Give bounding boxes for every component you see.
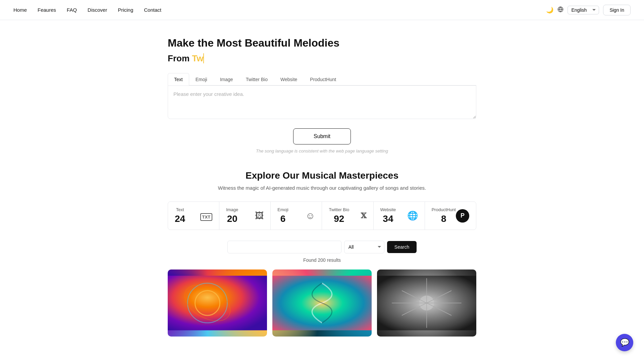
submit-button[interactable]: Submit	[293, 128, 351, 144]
stat-text-label: Text	[175, 207, 185, 212]
dark-mode-icon[interactable]: 🌙	[546, 6, 553, 14]
tab-producthunt[interactable]: ProductHunt	[304, 73, 342, 85]
gallery-item-2[interactable]	[272, 269, 372, 337]
nav-right: 🌙 English 中文 Español Français Sign In	[546, 5, 631, 15]
tab-twitter-bio[interactable]: Twitter Bio	[239, 73, 274, 85]
nav-faq[interactable]: FAQ	[67, 7, 77, 13]
stat-text-icon: TXT	[200, 213, 213, 221]
subtitle-prefix: From	[168, 53, 192, 63]
nav-links: Home Feaures FAQ Discover Pricing Contac…	[13, 7, 546, 13]
stat-twitter-number: 92	[329, 214, 349, 224]
stat-emoji-icon: ☺	[306, 210, 315, 221]
tab-website[interactable]: Website	[274, 73, 304, 85]
explore-subtitle: Witness the magic of AI-generated music …	[168, 185, 476, 191]
stat-website-label: Website	[380, 207, 396, 212]
nav-features[interactable]: Feaures	[38, 7, 56, 13]
gallery	[168, 269, 476, 337]
tab-emoji[interactable]: Emoji	[189, 73, 214, 85]
stat-producthunt[interactable]: ProductHunt 8 P	[425, 202, 476, 230]
stat-image[interactable]: Image 20 🖼	[219, 202, 271, 230]
explore-section: Explore Our Musical Masterpieces Witness…	[168, 170, 476, 337]
stat-producthunt-number: 8	[432, 214, 456, 224]
navbar: Home Feaures FAQ Discover Pricing Contac…	[0, 0, 644, 20]
stat-image-label: Image	[226, 207, 238, 212]
chat-icon: 💬	[620, 338, 629, 347]
nav-home[interactable]: Home	[13, 7, 27, 13]
lang-note: The song language is consistent with the…	[168, 148, 476, 154]
stat-text-number: 24	[175, 214, 185, 224]
stat-producthunt-icon: P	[456, 209, 469, 223]
stat-twitter-bio[interactable]: Twitter Bio 92 𝕏	[322, 202, 373, 230]
stat-twitter-icon: 𝕏	[361, 212, 366, 220]
stat-text[interactable]: Text 24 TXT	[168, 202, 219, 230]
nav-pricing[interactable]: Pricing	[118, 7, 133, 13]
stat-emoji[interactable]: Emoji 6 ☺	[271, 202, 322, 230]
search-button[interactable]: Search	[387, 241, 417, 253]
creative-idea-input[interactable]	[168, 85, 476, 119]
stat-image-icon: 🖼	[255, 210, 264, 221]
stat-twitter-label: Twitter Bio	[329, 207, 349, 212]
hero-subtitle: From Tw	[168, 53, 476, 64]
svg-rect-2	[168, 276, 267, 330]
nav-discover[interactable]: Discover	[88, 7, 107, 13]
search-row: All Text Emoji Image Twitter Bio Website…	[168, 241, 476, 253]
stat-producthunt-label: ProductHunt	[432, 207, 456, 212]
stats-row: Text 24 TXT Image 20 🖼 Emoji 6	[168, 201, 476, 230]
stat-image-number: 20	[226, 214, 238, 224]
explore-title: Explore Our Musical Masterpieces	[168, 170, 476, 181]
chat-button[interactable]: 💬	[616, 334, 633, 350]
tab-image[interactable]: Image	[214, 73, 239, 85]
gallery-item-3[interactable]	[377, 269, 476, 337]
tab-text[interactable]: Text	[168, 73, 189, 85]
stat-emoji-number: 6	[277, 214, 288, 224]
gallery-item-1[interactable]	[168, 269, 267, 337]
stat-website[interactable]: Website 34 🌐	[374, 202, 425, 230]
nav-contact[interactable]: Contact	[144, 7, 161, 13]
main-content: Make the Most Beautiful Melodies From Tw…	[161, 20, 483, 350]
search-input[interactable]	[227, 241, 341, 253]
found-results: Found 200 results	[168, 257, 476, 263]
language-select[interactable]: English 中文 Español Français	[568, 6, 599, 14]
sign-in-button[interactable]: Sign In	[603, 5, 631, 15]
hero-title: Make the Most Beautiful Melodies	[168, 37, 476, 49]
stat-website-number: 34	[380, 214, 396, 224]
search-filter-select[interactable]: All Text Emoji Image Twitter Bio Website…	[344, 241, 384, 253]
typing-text: Tw	[192, 53, 204, 63]
stat-emoji-label: Emoji	[277, 207, 288, 212]
input-tabs: Text Emoji Image Twitter Bio Website Pro…	[168, 73, 476, 85]
translate-icon[interactable]	[557, 6, 564, 14]
stat-website-icon: 🌐	[407, 210, 418, 221]
